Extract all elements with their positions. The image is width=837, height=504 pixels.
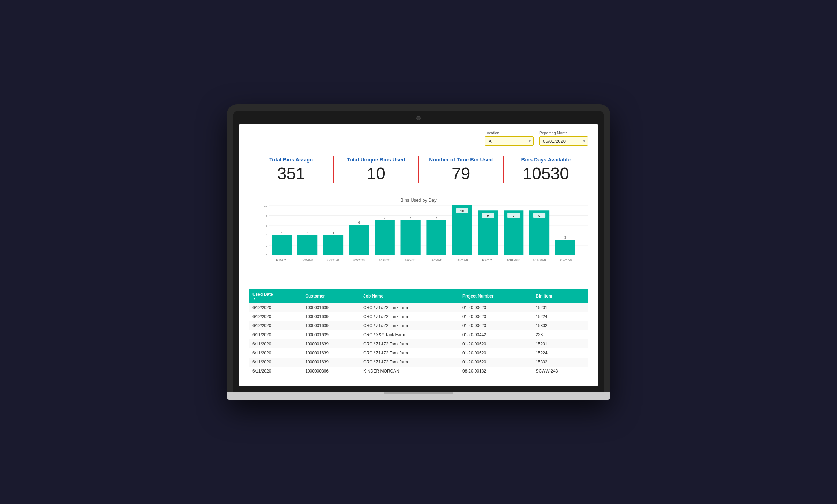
bar-1: [272, 235, 292, 255]
svg-text:6/9/2020: 6/9/2020: [482, 258, 494, 262]
cell-used-date: 6/11/2020: [249, 330, 302, 339]
cell-bin-item: 15302: [532, 358, 588, 367]
bar-7: [426, 220, 446, 255]
cell-project-number: 01-20-00620: [459, 303, 532, 312]
svg-text:2: 2: [266, 243, 267, 247]
table-row: 6/12/2020 1000001639 CRC / Z1&Z2 Tank fa…: [249, 303, 588, 312]
col-customer[interactable]: Customer: [302, 289, 360, 303]
cell-project-number: 01-20-00620: [459, 348, 532, 358]
kpi-number-time-bin-used: Number of Time Bin Used 79: [419, 157, 503, 182]
kpi-bins-days-available-value: 10530: [504, 165, 588, 182]
location-label: Location: [485, 131, 534, 135]
col-project-number[interactable]: Project Number: [459, 289, 532, 303]
svg-text:9: 9: [538, 214, 540, 217]
svg-text:0: 0: [266, 254, 267, 257]
location-select-wrapper[interactable]: All: [485, 136, 534, 146]
chart-container: 10 8 6 4 2 0 4 6/1/2020: [249, 205, 588, 282]
location-select[interactable]: All: [485, 136, 534, 146]
chart-svg: 10 8 6 4 2 0 4 6/1/2020: [259, 205, 588, 272]
cell-project-number: 01-20-00442: [459, 330, 532, 339]
svg-text:9: 9: [487, 214, 489, 217]
cell-customer: 1000000366: [302, 367, 360, 376]
cell-customer: 1000001639: [302, 303, 360, 312]
reporting-month-select-wrapper[interactable]: 06/01/2020: [539, 136, 588, 146]
svg-text:4: 4: [266, 234, 267, 237]
bar-12: [555, 240, 575, 255]
kpi-total-unique-bins: Total Unique Bins Used 10: [334, 157, 418, 182]
table-row: 6/11/2020 1000000366 KINDER MORGAN 08-20…: [249, 367, 588, 376]
svg-text:6/5/2020: 6/5/2020: [379, 258, 391, 262]
svg-text:6/4/2020: 6/4/2020: [353, 258, 365, 262]
svg-text:6/8/2020: 6/8/2020: [457, 258, 468, 262]
svg-text:8: 8: [266, 214, 267, 217]
cell-project-number: 01-20-00620: [459, 312, 532, 321]
svg-text:6/10/2020: 6/10/2020: [507, 258, 520, 262]
kpi-bins-days-available: Bins Days Available 10530: [504, 157, 588, 182]
kpi-number-time-bin-value: 79: [419, 165, 503, 182]
col-job-name[interactable]: Job Name: [360, 289, 459, 303]
svg-text:4: 4: [332, 231, 334, 234]
filters-row: Location All Reporting Month 06/01/2020: [249, 131, 588, 146]
svg-text:6/11/2020: 6/11/2020: [533, 258, 546, 262]
svg-text:6/12/2020: 6/12/2020: [559, 258, 572, 262]
cell-job-name: CRC / X&Y Tank Farm: [360, 330, 459, 339]
svg-text:7: 7: [410, 216, 412, 219]
kpi-total-unique-bins-label: Total Unique Bins Used: [334, 157, 418, 163]
table-header: Used Date ▼ Customer Job Name Project Nu…: [249, 289, 588, 303]
cell-job-name: CRC / Z1&Z2 Tank farm: [360, 358, 459, 367]
cell-used-date: 6/11/2020: [249, 339, 302, 348]
cell-customer: 1000001639: [302, 358, 360, 367]
location-filter-group: Location All: [485, 131, 534, 146]
svg-text:3: 3: [564, 235, 566, 239]
svg-text:7: 7: [384, 216, 386, 219]
cell-customer: 1000001639: [302, 348, 360, 358]
table-row: 6/11/2020 1000001639 CRC / Z1&Z2 Tank fa…: [249, 348, 588, 358]
camera-notch: [416, 116, 421, 120]
cell-project-number: 01-20-00620: [459, 321, 532, 330]
table-row: 6/11/2020 1000001639 CRC / Z1&Z2 Tank fa…: [249, 358, 588, 367]
bar-4: [349, 225, 369, 255]
reporting-month-label: Reporting Month: [539, 131, 588, 135]
bar-6: [401, 220, 421, 255]
col-used-date[interactable]: Used Date ▼: [249, 289, 302, 303]
svg-text:6/2/2020: 6/2/2020: [302, 258, 313, 262]
svg-text:6/7/2020: 6/7/2020: [431, 258, 442, 262]
cell-job-name: CRC / Z1&Z2 Tank farm: [360, 312, 459, 321]
svg-text:6/6/2020: 6/6/2020: [405, 258, 416, 262]
svg-text:4: 4: [281, 231, 282, 234]
cell-used-date: 6/12/2020: [249, 303, 302, 312]
svg-text:6/1/2020: 6/1/2020: [276, 258, 288, 262]
cell-job-name: CRC / Z1&Z2 Tank farm: [360, 339, 459, 348]
kpi-row: Total Bins Assign 351 Total Unique Bins …: [249, 152, 588, 187]
cell-customer: 1000001639: [302, 321, 360, 330]
cell-bin-item: 228: [532, 330, 588, 339]
cell-bin-item: 15224: [532, 348, 588, 358]
table-row: 6/11/2020 1000001639 CRC / X&Y Tank Farm…: [249, 330, 588, 339]
data-table: Used Date ▼ Customer Job Name Project Nu…: [249, 289, 588, 376]
screen-content: Location All Reporting Month 06/01/2020: [239, 124, 598, 386]
kpi-total-bins-assign-value: 351: [249, 165, 333, 182]
kpi-number-time-bin-label: Number of Time Bin Used: [419, 157, 503, 163]
cell-job-name: CRC / Z1&Z2 Tank farm: [360, 321, 459, 330]
bar-3: [323, 235, 343, 255]
reporting-month-select[interactable]: 06/01/2020: [539, 136, 588, 146]
kpi-bins-days-available-label: Bins Days Available: [504, 157, 588, 163]
table-row: 6/12/2020 1000001639 CRC / Z1&Z2 Tank fa…: [249, 312, 588, 321]
laptop-frame: Location All Reporting Month 06/01/2020: [227, 104, 610, 400]
chart-section: Bins Used by Day 10 8 6 4: [249, 197, 588, 282]
cell-job-name: CRC / Z1&Z2 Tank farm: [360, 348, 459, 358]
cell-bin-item: SCWW-243: [532, 367, 588, 376]
svg-text:9: 9: [513, 214, 514, 217]
table-body: 6/12/2020 1000001639 CRC / Z1&Z2 Tank fa…: [249, 303, 588, 376]
cell-customer: 1000001639: [302, 339, 360, 348]
col-bin-item[interactable]: Bin Item: [532, 289, 588, 303]
svg-text:6: 6: [358, 221, 360, 224]
cell-bin-item: 15201: [532, 339, 588, 348]
cell-used-date: 6/12/2020: [249, 312, 302, 321]
cell-project-number: 01-20-00620: [459, 358, 532, 367]
screen-bezel: Location All Reporting Month 06/01/2020: [233, 111, 604, 392]
svg-text:7: 7: [435, 216, 437, 219]
cell-project-number: 08-20-00182: [459, 367, 532, 376]
cell-customer: 1000001639: [302, 330, 360, 339]
sort-arrow-used-date: ▼: [252, 297, 298, 300]
